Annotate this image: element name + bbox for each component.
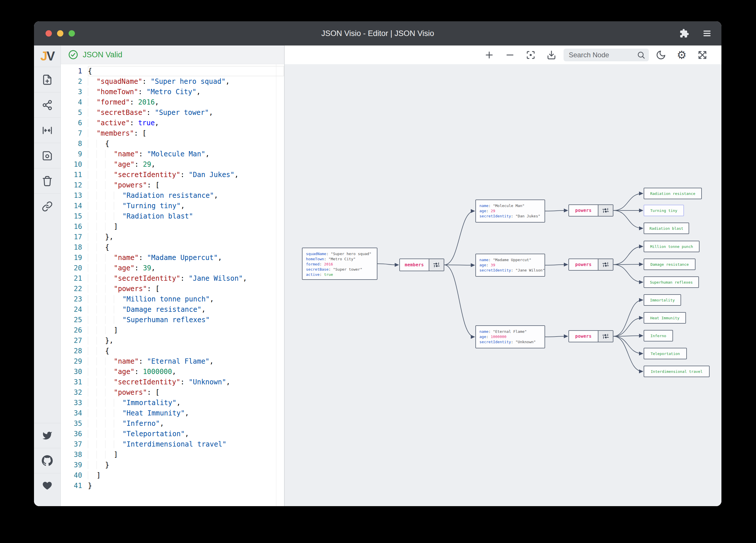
graph-node-p2[interactable]: powers <box>568 259 613 271</box>
close-button[interactable] <box>46 30 52 37</box>
editor-line[interactable]: 36 "Teleportation", <box>61 429 284 439</box>
app-logo[interactable]: JV <box>34 46 61 67</box>
collapse-node-button[interactable] <box>598 331 613 342</box>
editor-line[interactable]: 22 "powers": [ <box>61 283 284 294</box>
save-button[interactable] <box>34 143 61 168</box>
graph-node-m2[interactable]: name: "Madame Uppercut"age: 39secretIden… <box>475 254 545 277</box>
github-link[interactable] <box>34 448 61 473</box>
editor-line[interactable]: 26 ] <box>61 325 284 335</box>
zoom-out-button[interactable] <box>500 47 520 63</box>
editor-line[interactable]: 38 ] <box>61 449 284 460</box>
editor-line[interactable]: 31 "secretIdentity": "Unknown", <box>61 377 284 387</box>
graph-node-members[interactable]: members <box>399 259 444 271</box>
editor-line[interactable]: 13 "Radiation resistance", <box>61 190 284 201</box>
editor-line[interactable]: 11 "secretIdentity": "Dan Jukes", <box>61 170 284 180</box>
download-image-button[interactable] <box>541 47 562 63</box>
graph-node-m1[interactable]: name: "Molecule Man"age: 29secretIdentit… <box>475 200 545 223</box>
line-content: "Teleportation", <box>88 429 284 439</box>
zoom-in-button[interactable] <box>479 47 500 63</box>
share-button[interactable] <box>34 194 61 219</box>
extensions-icon[interactable] <box>679 29 689 38</box>
line-content: } <box>88 460 284 470</box>
editor-line[interactable]: 10 "age": 29, <box>61 159 284 170</box>
line-content: "Superhuman reflexes" <box>88 315 284 325</box>
editor-line[interactable]: 19 "name": "Madame Uppercut", <box>61 253 284 263</box>
graph-node-l4[interactable]: Million tonne punch <box>644 241 700 252</box>
fit-view-button[interactable] <box>520 47 541 63</box>
twitter-link[interactable] <box>34 423 61 448</box>
editor-line[interactable]: 15 "Radiation blast" <box>61 211 284 222</box>
maximize-button[interactable] <box>69 30 75 37</box>
graph-node-l7[interactable]: Immortality <box>644 294 681 306</box>
line-content: "secretIdentity": "Jane Wilson", <box>88 273 284 283</box>
graph-node-l9[interactable]: Inferno <box>644 330 673 341</box>
graph-node-p1[interactable]: powers <box>568 205 613 217</box>
collapse-node-button[interactable] <box>598 259 613 270</box>
line-number: 16 <box>61 222 82 232</box>
editor-line[interactable]: 3 "homeTown": "Metro City", <box>61 87 284 97</box>
line-number: 6 <box>61 118 82 128</box>
graph-node-l11[interactable]: Interdimensional travel <box>644 366 710 377</box>
editor-line[interactable]: 2 "squadName": "Super hero squad", <box>61 76 284 87</box>
dark-mode-button[interactable] <box>651 47 671 63</box>
editor-line[interactable]: 24 "Damage resistance", <box>61 304 284 315</box>
editor-line[interactable]: 9 "name": "Molecule Man", <box>61 149 284 159</box>
fullscreen-button[interactable] <box>692 47 713 63</box>
editor-line[interactable]: 7 "members": [ <box>61 128 284 139</box>
minimize-button[interactable] <box>57 30 63 37</box>
graph-node-l3[interactable]: Radiation blast <box>644 223 689 234</box>
editor-line[interactable]: 40 ] <box>61 470 284 480</box>
editor-line[interactable]: 28 { <box>61 346 284 356</box>
menu-icon[interactable] <box>702 29 712 38</box>
editor-line[interactable]: 32 "powers": [ <box>61 387 284 398</box>
editor-line[interactable]: 12 "powers": [ <box>61 180 284 190</box>
editor-line[interactable]: 17 }, <box>61 232 284 242</box>
line-content: "age": 39, <box>88 263 284 273</box>
sponsor-link[interactable] <box>34 473 61 498</box>
clear-button[interactable] <box>34 168 61 194</box>
editor-line[interactable]: 27 }, <box>61 335 284 346</box>
editor-line[interactable]: 21 "secretIdentity": "Jane Wilson", <box>61 273 284 283</box>
graph-edge <box>545 265 568 265</box>
collapse-node-button[interactable] <box>429 259 444 271</box>
collapse-node-button[interactable] <box>598 205 613 216</box>
search-node-input[interactable] <box>568 51 637 59</box>
editor-line[interactable]: 41} <box>61 480 284 491</box>
editor-line[interactable]: 25 "Superhuman reflexes" <box>61 315 284 325</box>
editor-line[interactable]: 23 "Million tonne punch", <box>61 294 284 304</box>
graph-node-l6[interactable]: Superhuman reflexes <box>644 276 699 288</box>
editor-line[interactable]: 30 "age": 1000000, <box>61 366 284 377</box>
editor-line[interactable]: 37 "Interdimensional travel" <box>61 439 284 449</box>
editor-line[interactable]: 29 "name": "Eternal Flame", <box>61 356 284 366</box>
editor-line[interactable]: 20 "age": 39, <box>61 263 284 273</box>
editor-line[interactable]: 39 } <box>61 460 284 470</box>
editor-line[interactable]: 8 { <box>61 139 284 149</box>
graph-edge <box>545 336 568 337</box>
editor-line[interactable]: 33 "Immortality", <box>61 398 284 408</box>
editor-line[interactable]: 34 "Heat Immunity", <box>61 408 284 418</box>
graph-node-l1[interactable]: Radiation resistance <box>644 188 702 199</box>
graph-node-l5[interactable]: Damage resistance <box>644 259 695 270</box>
graph-node-m3[interactable]: name: "Eternal Flame"age: 1000000secretI… <box>475 325 545 348</box>
graph-view-button[interactable] <box>34 92 61 118</box>
node-label: Inferno <box>651 334 666 338</box>
editor-line[interactable]: 35 "Inferno", <box>61 418 284 429</box>
graph-node-p3[interactable]: powers <box>568 330 613 342</box>
settings-button[interactable]: ⚙ <box>671 47 692 63</box>
editor-line[interactable]: 1{ <box>61 66 284 76</box>
editor-line[interactable]: 4 "formed": 2016, <box>61 97 284 107</box>
center-view-button[interactable] <box>34 118 61 143</box>
graph-node-l10[interactable]: Teleportation <box>644 348 687 359</box>
graph-node-l8[interactable]: Heat Immunity <box>644 312 686 323</box>
import-file-button[interactable] <box>34 67 61 92</box>
graph-canvas[interactable]: squadName: "Super hero squad"homeTown: "… <box>285 64 721 506</box>
graph-node-root[interactable]: squadName: "Super hero squad"homeTown: "… <box>302 248 377 280</box>
editor-line[interactable]: 5 "secretBase": "Super tower", <box>61 107 284 118</box>
editor-line[interactable]: 6 "active": true, <box>61 118 284 128</box>
editor-line[interactable]: 14 "Turning tiny", <box>61 201 284 211</box>
json-editor[interactable]: 1{2 "squadName": "Super hero squad",3 "h… <box>61 64 284 506</box>
line-number: 28 <box>61 346 82 356</box>
graph-node-l2[interactable]: Turning tiny <box>644 205 684 216</box>
editor-line[interactable]: 16 ] <box>61 222 284 232</box>
editor-line[interactable]: 18 { <box>61 242 284 253</box>
